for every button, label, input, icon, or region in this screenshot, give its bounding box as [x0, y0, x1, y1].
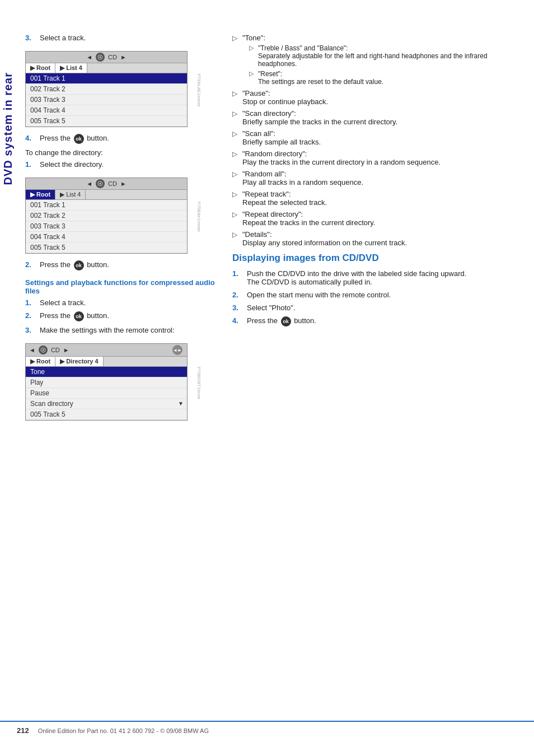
- display-1-row-1: 001 Track 1: [26, 73, 187, 84]
- settings-step-2-num: 2.: [25, 311, 36, 320]
- display-2-header: ◄ CD ►: [26, 178, 187, 190]
- settings-heading: Settings and playback functions for comp…: [25, 278, 216, 295]
- display-step-1-num: 1.: [232, 269, 243, 278]
- display-2-row-3: 003 Track 3: [26, 221, 187, 232]
- step-change-2-text: Press the ok button.: [40, 260, 109, 270]
- step-4: 4. Press the ok button.: [25, 134, 216, 144]
- arrow-details: ▷: [232, 231, 239, 239]
- settings-step-3-num: 3.: [25, 326, 36, 334]
- svg-point-5: [42, 349, 44, 351]
- dropdown-arrow: ▼: [178, 400, 184, 407]
- arrow-random-all: ▷: [232, 170, 239, 178]
- sub-bullet-treble-text: "Treble / Bass" and "Balance": Separatel…: [258, 44, 517, 68]
- scroll-icon: ◄►: [171, 345, 184, 355]
- img-tag-3: P75BGBT1bcde: [196, 367, 202, 399]
- step-4-text: Press the ok button.: [40, 134, 109, 144]
- bullet-details-content: "Details":Display any stored information…: [242, 230, 407, 247]
- tab-root-1[interactable]: ▶ Root: [26, 63, 55, 73]
- display-3: ◄ CD ► ◄► ▶ Root ▶ Directory 4 Tone Play: [25, 343, 188, 421]
- settings-step-3: 3. Make the settings with the remote con…: [25, 326, 216, 334]
- bullet-details: ▷ "Details":Display any stored informati…: [232, 230, 517, 247]
- footer: 212 Online Edition for Part no. 01 41 2 …: [0, 721, 534, 739]
- cd-icon-3: [39, 346, 48, 354]
- step-change-1-num: 1.: [25, 160, 36, 169]
- display-step-2: 2. Open the start menu with the remote c…: [232, 291, 517, 299]
- display-1-wrapper: ◄ CD ► ▶ Root ▶ List 4 001 Track 1 002 T…: [25, 46, 188, 134]
- display-step-4-text: Press the ok button.: [247, 316, 316, 326]
- step-change-1: 1. Select the directory.: [25, 160, 216, 169]
- settings-step-1-num: 1.: [25, 298, 36, 307]
- display-step-3-text: Select "Photo".: [247, 304, 296, 312]
- display-2-row-5: 005 Track 5: [26, 242, 187, 253]
- bullet-tone-content: "Tone": ▷ "Treble / Bass" and "Balance":…: [242, 34, 517, 86]
- display-step-3: 3. Select "Photo".: [232, 304, 517, 312]
- tab-dir-3[interactable]: ▶ Directory 4: [55, 357, 104, 366]
- display-2-wrapper: ◄ CD ► ▶ Root ▶ List 4 001 Track 1 002 T…: [25, 173, 188, 260]
- left-column: 3. Select a track. ◄ CD ► ▶ Root ▶ List …: [25, 34, 216, 427]
- settings-step-1: 1. Select a track.: [25, 298, 216, 307]
- bullet-random-dir-content: "Random directory":Play the tracks in th…: [242, 150, 441, 166]
- display-2-row-1: 001 Track 1: [26, 200, 187, 211]
- ok-button-icon-2: ok: [74, 260, 84, 270]
- display-step-3-num: 3.: [232, 304, 243, 312]
- back-icon-3: ◄: [29, 347, 35, 353]
- cd-icon-2: [96, 179, 105, 188]
- forward-icon: ►: [120, 54, 127, 60]
- display-2: ◄ CD ► ▶ Root ▶ List 4 001 Track 1 002 T…: [25, 178, 188, 254]
- cd-label-2: CD: [108, 180, 117, 187]
- back-icon: ◄: [86, 54, 92, 60]
- ok-button-icon-1: ok: [74, 134, 84, 144]
- bullet-scan-all: ▷ "Scan all":Briefly sample all tracks.: [232, 129, 517, 146]
- display-step-1: 1. Push the CD/DVD into the drive with t…: [232, 269, 517, 286]
- sub-bullet-treble: ▷ "Treble / Bass" and "Balance": Separat…: [249, 44, 517, 68]
- display-1-header: ◄ CD ►: [26, 52, 187, 63]
- display-3-row-3: Pause: [26, 388, 187, 399]
- display-1-tabs: ▶ Root ▶ List 4: [26, 63, 187, 73]
- display-3-header: ◄ CD ► ◄►: [26, 344, 187, 357]
- step-3-text: Select a track.: [40, 34, 86, 42]
- display-3-row-5: 005 Track 5: [26, 409, 187, 420]
- tab-root-3[interactable]: ▶ Root: [26, 357, 55, 366]
- settings-step-2: 2. Press the ok button.: [25, 311, 216, 321]
- footer-text: Online Edition for Part no. 01 41 2 600 …: [38, 727, 209, 734]
- tab-list-2[interactable]: ▶ List 4: [55, 190, 86, 199]
- bullet-pause-content: "Pause":Stop or continue playback.: [242, 89, 328, 106]
- bullet-repeat-dir: ▷ "Repeat directory":Repeat the tracks i…: [232, 210, 517, 227]
- settings-step-1-text: Select a track.: [40, 298, 86, 307]
- settings-step-2-text: Press the ok button.: [40, 311, 109, 321]
- display-1: ◄ CD ► ▶ Root ▶ List 4 001 Track 1 002 T…: [25, 51, 188, 127]
- display-2-row-4: 004 Track 4: [26, 232, 187, 242]
- bullet-random-all-content: "Random all":Play all tracks in a random…: [242, 170, 363, 186]
- display-2-tabs: ▶ Root ▶ List 4: [26, 190, 187, 200]
- svg-point-3: [100, 183, 101, 185]
- tab-root-2[interactable]: ▶ Root: [26, 190, 55, 199]
- display-images-heading: Displaying images from CD/DVD: [232, 253, 517, 264]
- display-3-row-4: Scan directory ▼: [26, 399, 187, 409]
- arrow-reset: ▷: [249, 70, 255, 86]
- forward-icon-2: ►: [120, 180, 127, 187]
- bullet-pause: ▷ "Pause":Stop or continue playback.: [232, 89, 517, 106]
- img-tag-2: P75BAe1mede: [196, 202, 202, 232]
- sub-bullet-reset: ▷ "Reset": The settings are reset to the…: [249, 70, 517, 86]
- page-number: 212: [17, 726, 29, 735]
- tab-list-1[interactable]: ▶ List 4: [55, 63, 87, 73]
- forward-icon-3: ►: [63, 347, 69, 353]
- arrow-repeat-dir: ▷: [232, 211, 239, 218]
- display-step-4: 4. Press the ok button.: [232, 316, 517, 326]
- arrow-random-dir: ▷: [232, 150, 239, 158]
- img-tag-1: P75ALAE1mede: [196, 73, 202, 106]
- svg-point-1: [100, 57, 101, 58]
- display-step-2-num: 2.: [232, 291, 243, 299]
- change-dir-text: To change the directory:: [25, 148, 216, 157]
- display-1-row-4: 004 Track 4: [26, 105, 187, 116]
- bullet-scan-dir-content: "Scan directory":Briefly sample the trac…: [242, 109, 397, 126]
- sub-bullet-reset-text: "Reset": The settings are reset to the d…: [258, 70, 383, 86]
- arrow-scan-all: ▷: [232, 130, 239, 138]
- arrow-scan-dir: ▷: [232, 110, 239, 118]
- arrow-tone: ▷: [232, 34, 239, 42]
- step-3: 3. Select a track.: [25, 34, 216, 42]
- settings-step-3-text: Make the settings with the remote contro…: [40, 326, 175, 334]
- display-1-row-2: 002 Track 2: [26, 84, 187, 95]
- back-icon-2: ◄: [86, 180, 92, 187]
- arrow-pause: ▷: [232, 90, 239, 97]
